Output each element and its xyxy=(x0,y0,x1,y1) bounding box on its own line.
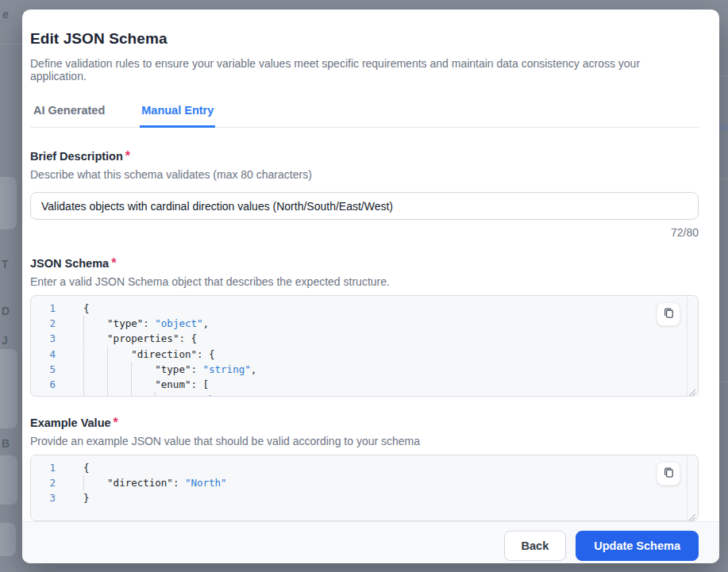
update-schema-button[interactable]: Update Schema xyxy=(576,531,699,561)
required-asterisk: * xyxy=(114,416,118,429)
copy-button[interactable] xyxy=(657,302,680,326)
character-counter: 72/80 xyxy=(30,226,699,239)
example-value-label: Example Value* xyxy=(30,416,699,430)
back-button[interactable]: Back xyxy=(504,531,567,561)
edit-json-schema-modal: Edit JSON Schema Define validation rules… xyxy=(22,10,719,563)
tab-ai-generated[interactable]: AI Generated xyxy=(32,104,106,128)
resize-handle-icon[interactable] xyxy=(688,386,696,394)
backdrop-text-fragment: T xyxy=(2,258,9,271)
modal-title: Edit JSON Schema xyxy=(30,30,699,48)
backdrop-panel xyxy=(0,349,17,428)
example-value-code[interactable]: 1{2"direction": "North"3} xyxy=(31,455,698,506)
backdrop-divider xyxy=(719,75,728,76)
modal-footer: Back Update Schema xyxy=(22,521,719,563)
mode-tabs: AI Generated Manual Entry xyxy=(30,104,699,128)
json-schema-helper: Enter a valid JSON Schema object that de… xyxy=(30,275,699,288)
json-schema-code[interactable]: 1{2"type": "object",3"properties": {4"di… xyxy=(31,296,698,397)
backdrop-panel xyxy=(0,177,17,229)
copy-icon xyxy=(662,466,676,482)
json-schema-field: JSON Schema* Enter a valid JSON Schema o… xyxy=(30,256,699,397)
backdrop-panel xyxy=(0,523,16,556)
backdrop-text-fragment: J xyxy=(2,334,8,347)
example-value-helper: Provide an example JSON value that shoul… xyxy=(30,435,699,447)
copy-icon xyxy=(662,306,676,322)
brief-description-field: Brief Description* Describe what this sc… xyxy=(30,149,699,239)
backdrop-text-fragment: B xyxy=(2,437,10,450)
backdrop-text-fragment: e xyxy=(2,8,9,21)
copy-button[interactable] xyxy=(657,462,680,486)
json-schema-label: JSON Schema* xyxy=(30,256,699,271)
brief-description-helper: Describe what this schema validates (max… xyxy=(30,168,699,181)
backdrop-divider xyxy=(719,179,728,179)
backdrop-divider xyxy=(719,382,728,382)
required-asterisk: * xyxy=(125,149,130,163)
example-value-field: Example Value* Provide an example JSON v… xyxy=(30,416,699,521)
brief-description-input[interactable] xyxy=(30,192,699,220)
backdrop-text-fragment: D xyxy=(2,305,10,317)
resize-handle-icon[interactable] xyxy=(688,510,696,519)
backdrop-divider xyxy=(0,44,22,44)
editor-scrollbar-track[interactable] xyxy=(687,296,688,396)
example-value-editor[interactable]: 1{2"direction": "North"3} xyxy=(30,455,699,521)
brief-description-label: Brief Description* xyxy=(30,149,699,163)
json-schema-editor[interactable]: 1{2"type": "object",3"properties": {4"di… xyxy=(30,295,699,397)
required-asterisk: * xyxy=(111,256,116,270)
modal-description: Define validation rules to ensure your v… xyxy=(30,57,699,83)
backdrop-panel xyxy=(0,455,17,505)
tab-manual-entry[interactable]: Manual Entry xyxy=(140,104,215,128)
